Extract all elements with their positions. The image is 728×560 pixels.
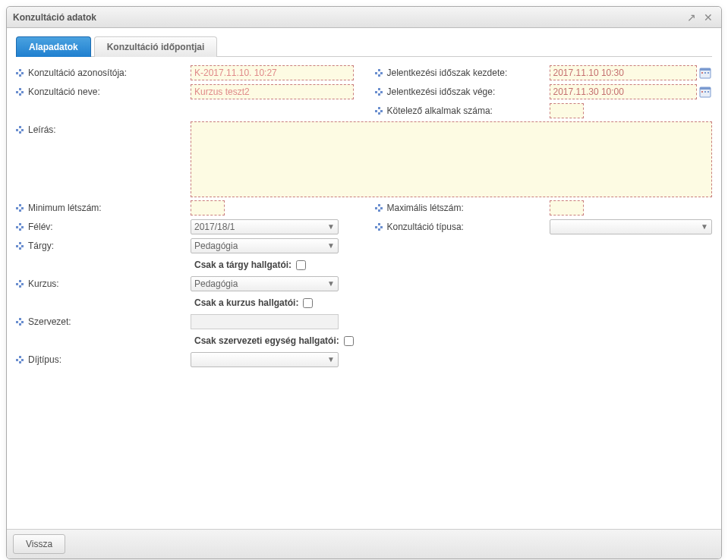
label-reg-start: Jelentkezési időszak kezdete: [375,68,550,78]
input-required-sessions[interactable] [550,103,584,118]
label-semester: Félév: [16,222,191,232]
value-reg-end[interactable]: 2017.11.30 10:00 [550,84,698,99]
select-subject[interactable]: Pedagógia ▼ [191,238,339,253]
label-course: Kurzus: [16,278,191,289]
svg-rect-22 [700,87,711,90]
select-fee-type[interactable]: ▼ [191,352,339,367]
bullet-icon [375,204,383,212]
dialog-title: Konzultáció adatok [13,12,682,23]
svg-rect-18 [378,88,380,90]
bullet-icon [16,204,24,212]
label-description: Leírás: [16,121,191,135]
bullet-icon [375,69,383,77]
value-name[interactable]: Kurzus teszt2 [191,84,354,99]
svg-rect-24 [704,91,706,93]
svg-rect-11 [704,72,706,74]
label-type: Konzultáció típusa: [375,222,550,232]
svg-rect-60 [19,323,21,326]
svg-rect-50 [16,245,18,247]
svg-rect-59 [19,318,21,320]
svg-rect-16 [21,91,24,93]
calendar-icon[interactable] [698,66,712,80]
textarea-description[interactable] [191,121,712,197]
label-required-sessions: Kötelező alkalmak száma: [375,105,550,116]
tab-bar: Alapadatok Konzultáció időpontjai [16,36,712,57]
chevron-down-icon: ▼ [327,279,335,288]
svg-rect-2 [19,74,21,77]
select-type[interactable]: ▼ [550,219,713,234]
svg-rect-63 [19,356,21,358]
select-course[interactable]: Pedagógia ▼ [191,276,339,291]
svg-rect-54 [16,283,18,285]
svg-rect-62 [16,359,18,361]
svg-rect-39 [378,204,380,206]
svg-rect-64 [19,361,21,363]
svg-rect-1 [19,69,21,71]
svg-rect-0 [16,72,18,74]
checkbox-org-only[interactable] [344,336,354,346]
bullet-icon [375,107,383,115]
close-icon[interactable]: ✕ [701,11,715,24]
svg-rect-34 [16,207,18,209]
svg-rect-14 [19,88,21,90]
svg-rect-49 [380,226,383,228]
svg-rect-15 [19,93,21,96]
svg-rect-19 [378,93,380,96]
back-button[interactable]: Vissza [13,534,65,554]
svg-rect-27 [378,107,380,109]
bullet-icon [16,242,24,250]
label-name: Konzultáció neve: [16,87,191,97]
svg-rect-40 [378,209,380,212]
svg-rect-33 [21,129,24,131]
select-semester[interactable]: 2017/18/1 ▼ [191,219,339,234]
svg-rect-25 [708,91,709,93]
label-org: Szervezet: [16,316,191,327]
svg-rect-43 [19,223,21,225]
form: Konzultáció azonosítója: K-2017.11.10. 1… [16,64,712,370]
chevron-down-icon: ▼ [327,355,335,363]
checkbox-subject-only[interactable] [296,260,306,270]
label-course-only: Csak a kurzus hallgatói: [16,297,313,308]
bullet-icon [16,223,24,231]
svg-rect-6 [378,74,380,77]
svg-rect-61 [21,321,24,323]
input-max[interactable] [550,200,584,216]
checkbox-course-only[interactable] [303,298,313,308]
expand-icon[interactable]: ↗ [685,11,698,24]
svg-rect-46 [375,226,377,228]
svg-rect-48 [378,228,380,231]
bullet-icon [375,223,383,231]
label-reg-end: Jelentkezési időszak vége: [375,87,550,97]
svg-rect-37 [21,207,24,209]
tab-times[interactable]: Konzultáció időpontjai [94,36,218,57]
label-subject: Tárgy: [16,241,191,251]
svg-rect-29 [380,110,383,112]
svg-rect-20 [380,91,383,93]
bullet-icon [16,280,24,288]
svg-rect-30 [16,129,18,131]
bullet-icon [375,88,383,96]
svg-rect-38 [375,207,377,209]
bullet-icon [16,88,24,96]
dialog-header[interactable]: Konzultáció adatok ↗ ✕ [7,7,721,28]
svg-rect-32 [19,131,21,134]
svg-rect-57 [21,283,24,285]
svg-rect-5 [378,69,380,71]
svg-rect-9 [700,68,711,71]
svg-rect-55 [19,280,21,282]
svg-rect-4 [375,72,377,74]
svg-rect-10 [701,72,703,74]
svg-rect-35 [19,204,21,206]
tab-basic[interactable]: Alapadatok [16,36,91,57]
input-min[interactable] [191,200,225,216]
svg-rect-31 [19,126,21,128]
label-id: Konzultáció azonosítója: [16,68,191,78]
svg-rect-65 [21,359,24,361]
svg-rect-36 [19,209,21,212]
svg-rect-7 [380,72,383,74]
chevron-down-icon: ▼ [327,222,335,231]
value-reg-start[interactable]: 2017.11.10 10:30 [550,65,698,80]
svg-rect-42 [16,226,18,228]
calendar-icon[interactable] [698,85,712,99]
svg-rect-56 [19,285,21,288]
